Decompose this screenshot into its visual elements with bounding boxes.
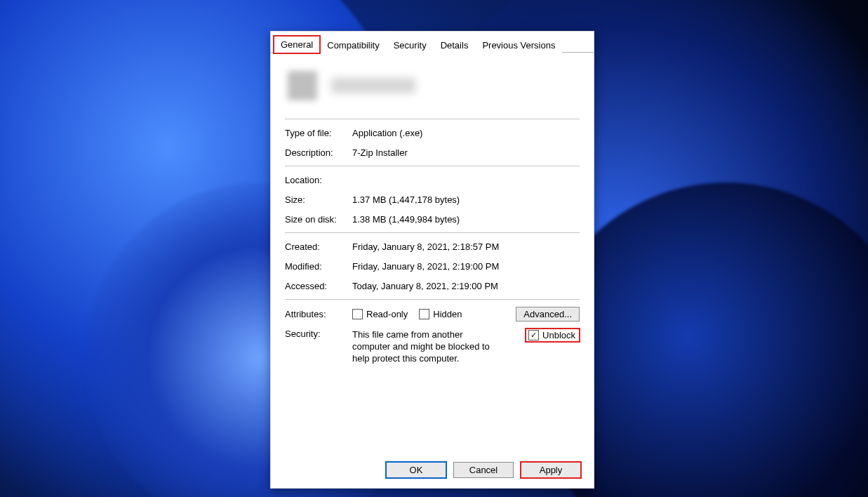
checkbox-unblock[interactable]: ✓ Unblock [526,329,580,342]
tab-compatibility[interactable]: Compatibility [320,37,386,53]
tab-row: General Compatibility Security Details P… [271,32,594,53]
row-type-of-file: Type of file: Application (.exe) [285,124,580,143]
label-size: Size: [285,193,352,207]
row-security: Security: This file came from another co… [285,324,580,367]
label-attributes: Attributes: [285,309,352,319]
tab-details[interactable]: Details [434,37,476,53]
label-accessed: Accessed: [285,279,352,293]
label-description: Description: [285,146,352,160]
value-accessed: Today, January 8, 2021, 2:19:00 PM [352,279,498,293]
value-description: 7-Zip Installer [352,146,408,160]
general-tab-sheet: Type of file: Application (.exe) Descrip… [271,53,594,367]
label-location: Location: [285,173,352,187]
row-description: Description: 7-Zip Installer [285,143,580,163]
file-properties-dialog: General Compatibility Security Details P… [270,31,594,489]
tab-previous-versions[interactable]: Previous Versions [475,37,562,53]
checkbox-hidden[interactable]: Hidden [419,309,462,319]
row-attributes: Attributes: Read-only Hidden Advanced... [285,304,580,324]
checkbox-icon [352,309,363,319]
row-size-on-disk: Size on disk: 1.38 MB (1,449,984 bytes) [285,210,580,230]
ok-button[interactable]: OK [386,462,446,478]
security-warning-text: This file came from another computer and… [352,329,500,364]
file-header-row [285,58,580,116]
checkbox-read-only[interactable]: Read-only [352,309,408,319]
row-location: Location: [285,171,580,190]
checkbox-icon: ✓ [528,330,539,340]
checkbox-label: Read-only [366,309,408,319]
tab-security[interactable]: Security [387,37,434,53]
file-name-field[interactable] [331,78,415,93]
value-size: 1.37 MB (1,447,178 bytes) [352,193,460,207]
separator [285,232,580,233]
separator [285,299,580,300]
label-size-on-disk: Size on disk: [285,213,352,227]
row-modified: Modified: Friday, January 8, 2021, 2:19:… [285,257,580,277]
checkbox-label: Unblock [542,330,575,340]
value-type-of-file: Application (.exe) [352,126,422,140]
cancel-button[interactable]: Cancel [453,462,514,478]
checkbox-label: Hidden [433,309,462,319]
value-created: Friday, January 8, 2021, 2:18:57 PM [352,240,499,254]
desktop-background: General Compatibility Security Details P… [0,0,868,497]
advanced-button[interactable]: Advanced... [516,307,580,322]
checkbox-icon [419,309,429,319]
row-created: Created: Friday, January 8, 2021, 2:18:5… [285,237,580,257]
label-created: Created: [285,240,352,254]
apply-button[interactable]: Apply [521,462,581,478]
label-security: Security: [285,329,352,364]
label-type-of-file: Type of file: [285,126,352,140]
file-icon [288,71,317,100]
row-size: Size: 1.37 MB (1,447,178 bytes) [285,190,580,210]
separator [285,166,580,166]
row-accessed: Accessed: Today, January 8, 2021, 2:19:0… [285,277,580,296]
label-modified: Modified: [285,260,352,274]
dialog-button-row: OK Cancel Apply [386,462,581,478]
tab-general[interactable]: General [274,36,320,53]
value-modified: Friday, January 8, 2021, 2:19:00 PM [352,260,499,274]
value-size-on-disk: 1.38 MB (1,449,984 bytes) [352,213,460,227]
separator [285,119,580,119]
